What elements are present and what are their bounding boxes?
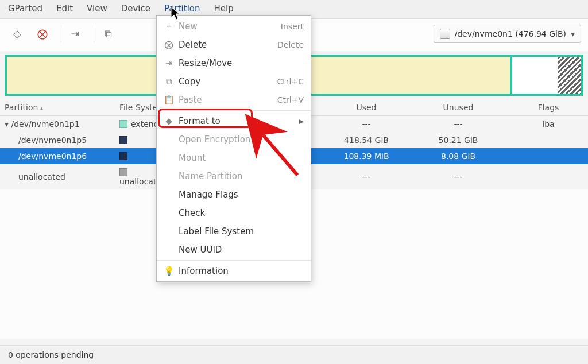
menu-item-label: Open Encryption [179, 134, 250, 145]
format-to-icon: ◆ [164, 116, 174, 126]
menu-item-label-file-system[interactable]: Label File System [157, 222, 311, 241]
device-selector-label: /dev/nvme0n1 (476.94 GiB) [455, 29, 566, 38]
col-header-used[interactable]: Used [320, 103, 412, 112]
menu-item-label: Label File System [179, 226, 254, 237]
col-header-partition[interactable]: Partition [5, 103, 119, 112]
menu-item-label: New UUID [179, 245, 222, 255]
menu-item-accel: Ctrl+V [277, 95, 304, 104]
used-cell: --- [320, 172, 412, 181]
disk-segment-unallocated[interactable] [558, 57, 581, 94]
unused-cell: --- [412, 172, 504, 181]
menu-item-label: Resize/Move [179, 58, 232, 68]
paste-icon: 📋 [164, 95, 174, 105]
status-bar: 0 operations pending [0, 345, 588, 364]
flags-cell: lba [504, 119, 588, 129]
menu-item-manage-flags[interactable]: Manage Flags [157, 185, 311, 204]
menu-separator [157, 110, 311, 111]
menu-item-accel: Ctrl+C [277, 77, 304, 86]
menu-item-label: Paste [179, 95, 202, 105]
menu-item-copy[interactable]: ⧉CopyCtrl+C [157, 72, 311, 91]
toolbar-separator [94, 25, 94, 42]
menu-item-label: New [179, 21, 198, 32]
menu-item-mount: Mount [157, 149, 311, 167]
menu-item-label: Delete [179, 40, 207, 50]
fs-swatch [119, 120, 127, 128]
fs-swatch [119, 136, 127, 144]
menu-item-open-encryption: Open Encryption [157, 130, 311, 149]
copy-icon: ⧉ [164, 76, 174, 87]
information-icon: 💡 [164, 266, 174, 276]
fs-swatch [119, 168, 127, 176]
device-selector[interactable]: /dev/nvme0n1 (476.94 GiB) ▾ [434, 25, 582, 43]
menu-item-accel: Insert [281, 22, 304, 31]
menu-item-label: Mount [179, 153, 206, 163]
menu-help[interactable]: Help [212, 2, 236, 16]
menu-device[interactable]: Device [119, 2, 153, 16]
menu-item-format-to[interactable]: ◆Format to▶ [157, 112, 311, 130]
menu-view[interactable]: View [84, 2, 110, 16]
new-partition-button[interactable]: ◇ [7, 24, 28, 44]
menu-item-label: Information [179, 266, 229, 276]
disk-segment-unused[interactable] [512, 57, 558, 94]
menu-item-name-partition: Name Partition [157, 167, 311, 185]
menu-item-delete[interactable]: ⨂DeleteDelete [157, 36, 311, 54]
chevron-down-icon: ▾ [571, 29, 575, 38]
menu-gparted[interactable]: GParted [6, 2, 45, 16]
col-header-flags[interactable]: Flags [504, 103, 588, 112]
partition-dropdown-menu: ＋NewInsert⨂DeleteDelete⇥Resize/Move⧉Copy… [156, 15, 311, 282]
menu-separator [157, 260, 311, 261]
new-icon: ＋ [164, 21, 174, 32]
status-text: 0 operations pending [8, 350, 94, 359]
partition-name: /dev/nvme0n1p6 [5, 152, 119, 161]
menu-item-check[interactable]: Check [157, 204, 311, 222]
delete-icon: ⨂ [164, 40, 174, 50]
delete-partition-button[interactable]: ⨂ [32, 24, 53, 44]
menu-partition[interactable]: Partition [162, 2, 203, 16]
unused-cell: 8.08 GiB [412, 152, 504, 161]
partition-name: /dev/nvme0n1p5 [5, 135, 119, 145]
resize-move-icon: ⇥ [164, 58, 174, 68]
menu-item-label: Check [179, 208, 205, 218]
unused-cell: --- [412, 119, 504, 129]
partition-name: /dev/nvme0n1p1 [5, 119, 119, 129]
menu-item-resize-move[interactable]: ⇥Resize/Move [157, 54, 311, 72]
menu-item-paste: 📋PasteCtrl+V [157, 91, 311, 109]
submenu-chevron-icon: ▶ [299, 118, 304, 125]
menu-item-label: Manage Flags [179, 189, 238, 200]
used-cell: 418.54 GiB [320, 135, 412, 145]
copy-button[interactable]: ⧉ [98, 24, 118, 44]
col-header-unused[interactable]: Unused [412, 103, 504, 112]
menu-item-new: ＋NewInsert [157, 17, 311, 36]
menu-item-new-uuid[interactable]: New UUID [157, 241, 311, 259]
menu-item-accel: Delete [277, 40, 304, 49]
fs-swatch [119, 152, 127, 160]
menu-item-label: Name Partition [179, 171, 243, 181]
unused-cell: 50.21 GiB [412, 135, 504, 145]
menu-item-information[interactable]: 💡Information [157, 262, 311, 280]
resize-move-button[interactable]: ⇥ [65, 24, 86, 44]
menu-edit[interactable]: Edit [54, 2, 75, 16]
disk-icon [440, 29, 450, 39]
used-cell: --- [320, 119, 412, 129]
toolbar-separator [61, 25, 61, 42]
partition-name: unallocated [5, 172, 119, 181]
used-cell: 108.39 MiB [320, 152, 412, 161]
menu-item-label: Copy [179, 76, 200, 87]
menu-item-label: Format to [179, 116, 220, 126]
